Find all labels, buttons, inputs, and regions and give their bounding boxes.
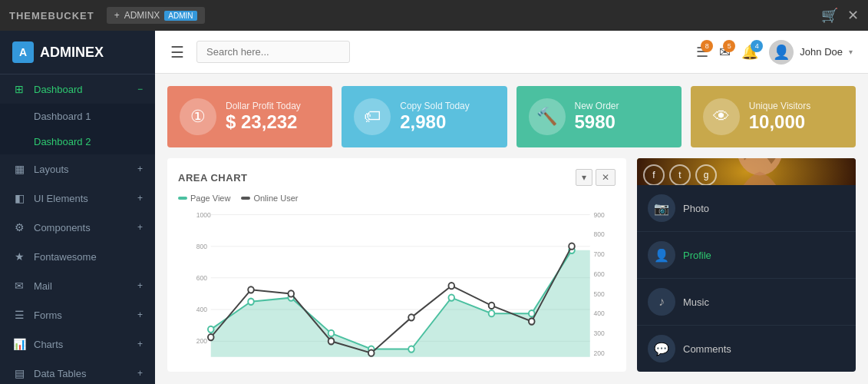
sidebar-item-mail[interactable]: ✉ Mail + xyxy=(0,271,155,300)
sidebar-item-forms[interactable]: ☰ Forms + xyxy=(0,300,155,329)
sidebar-title: ADMINEX xyxy=(40,45,104,61)
mail-label: Mail xyxy=(34,280,137,292)
legend-page-view-label: Page View xyxy=(190,194,230,203)
dashboard-icon: ⊞ xyxy=(12,83,26,95)
facebook-icon[interactable]: f xyxy=(643,164,665,185)
chart-close-button[interactable]: ✕ xyxy=(596,169,616,186)
sidebar-item-dashboard2[interactable]: Dashboard 2 xyxy=(0,129,155,154)
components-icon: ⚙ xyxy=(12,221,26,233)
stat-card-profit: ① Dollar Profit Today $ 23,232 xyxy=(167,86,332,147)
top-bar: THEMEBUCKET + ADMINX ADMIN 🛒 ✕ xyxy=(0,0,868,31)
svg-text:200: 200 xyxy=(196,337,207,345)
sidebar-item-data-tables[interactable]: ▤ Data Tables + xyxy=(0,359,155,384)
sidebar-item-ui-elements[interactable]: ◧ UI Elements + xyxy=(0,184,155,213)
sidebar: A ADMINEX ⊞ Dashboard − Dashboard 1 Dash… xyxy=(0,31,155,384)
admin-badge: ADMIN xyxy=(164,11,196,21)
sidebar-item-dashboard1[interactable]: Dashboard 1 xyxy=(0,104,155,129)
sidebar-item-charts[interactable]: 📊 Charts + xyxy=(0,329,155,359)
stat-card-copy-sold: 🏷 Copy Sold Today 2,980 xyxy=(342,86,507,147)
profit-icon: ① xyxy=(180,98,216,135)
data-tables-label: Data Tables xyxy=(34,368,137,379)
visitors-value: 10,000 xyxy=(749,111,810,133)
new-order-info: New Order 5980 xyxy=(575,101,619,133)
header-right: ☰ 8 ✉ 5 🔔 4 👤 John Doe ▾ xyxy=(696,40,853,65)
chart-legend: Page View Online User xyxy=(178,194,616,203)
notifications-button[interactable]: ✉ 5 xyxy=(719,44,731,61)
music-action-icon: ♪ xyxy=(648,288,675,316)
components-label: Components xyxy=(34,222,137,233)
dashboard-label: Dashboard xyxy=(34,84,137,95)
content-area: ☰ ☰ 8 ✉ 5 🔔 4 👤 John Doe ▾ xyxy=(155,31,868,384)
svg-point-25 xyxy=(448,294,454,300)
alerts-button[interactable]: 🔔 4 xyxy=(741,44,758,61)
action-music[interactable]: ♪ Music xyxy=(637,279,856,326)
right-panel: f t g 📷 Photo 👤 Profile xyxy=(637,158,856,372)
header: ☰ ☰ 8 ✉ 5 🔔 4 👤 John Doe ▾ xyxy=(155,31,868,74)
svg-point-24 xyxy=(408,346,414,352)
comments-action-label: Comments xyxy=(683,343,731,355)
new-order-icon: 🔨 xyxy=(529,98,566,135)
action-comments[interactable]: 💬 Comments xyxy=(637,326,856,372)
svg-text:400: 400 xyxy=(594,310,605,317)
social-icons: f t g xyxy=(643,164,717,185)
user-name: John Doe xyxy=(800,46,843,58)
visitors-icon: 👁 xyxy=(703,98,740,135)
close-icon[interactable]: ✕ xyxy=(847,7,859,24)
area-chart-svg: 1000 800 600 400 200 900 800 700 600 500… xyxy=(178,203,616,361)
cart-icon[interactable]: 🛒 xyxy=(821,7,838,24)
new-order-value: 5980 xyxy=(575,111,619,133)
copy-sold-label: Copy Sold Today xyxy=(400,101,470,111)
action-photo[interactable]: 📷 Photo xyxy=(637,185,856,232)
svg-text:700: 700 xyxy=(594,250,605,258)
search-input[interactable] xyxy=(196,41,350,63)
google-plus-icon[interactable]: g xyxy=(695,164,717,185)
sidebar-item-layouts[interactable]: ▦ Layouts + xyxy=(0,154,155,184)
hamburger-button[interactable]: ☰ xyxy=(170,43,184,61)
profit-value: $ 23,232 xyxy=(226,111,301,133)
chart-collapse-button[interactable]: ▾ xyxy=(576,169,592,186)
user-menu[interactable]: 👤 John Doe ▾ xyxy=(769,40,853,65)
chart-header: AREA CHART ▾ ✕ xyxy=(178,169,616,186)
svg-text:400: 400 xyxy=(196,306,207,313)
profile-action-label: Profile xyxy=(683,250,711,261)
svg-text:600: 600 xyxy=(594,270,605,277)
admin-tab[interactable]: + ADMINX ADMIN xyxy=(107,7,205,24)
sidebar-nav: ⊞ Dashboard − Dashboard 1 Dashboard 2 ▦ … xyxy=(0,74,155,384)
action-profile[interactable]: 👤 Profile xyxy=(637,232,856,279)
svg-point-27 xyxy=(529,310,535,316)
ui-elements-label: UI Elements xyxy=(34,193,137,204)
svg-point-19 xyxy=(208,326,214,333)
fontawesome-icon: ★ xyxy=(12,250,26,263)
alerts-badge: 4 xyxy=(751,40,763,52)
user-caret: ▾ xyxy=(849,48,853,56)
profit-label: Dollar Profit Today xyxy=(226,101,301,111)
sidebar-item-fontawesome[interactable]: ★ Fontawesome xyxy=(0,242,155,271)
svg-point-38 xyxy=(569,243,575,250)
svg-text:1000: 1000 xyxy=(196,210,211,218)
svg-point-33 xyxy=(368,350,375,356)
copy-sold-info: Copy Sold Today 2,980 xyxy=(400,101,470,133)
layouts-label: Layouts xyxy=(34,164,137,175)
svg-point-37 xyxy=(529,318,535,324)
dashboard1-label: Dashboard 1 xyxy=(34,111,91,122)
messages-badge: 8 xyxy=(701,40,713,52)
layouts-icon: ▦ xyxy=(12,163,26,175)
charts-icon: 📊 xyxy=(12,338,26,350)
legend-online-user: Online User xyxy=(241,194,298,203)
svg-point-36 xyxy=(489,303,495,309)
photo-action-icon: 📷 xyxy=(648,194,675,222)
svg-text:500: 500 xyxy=(594,290,605,297)
notifications-badge: 5 xyxy=(723,40,735,52)
right-panel-photo: f t g xyxy=(637,158,856,185)
svg-text:900: 900 xyxy=(594,210,605,218)
photo-action-label: Photo xyxy=(683,203,709,214)
svg-point-31 xyxy=(288,290,294,296)
chart-title: AREA CHART xyxy=(178,172,247,184)
messages-button[interactable]: ☰ 8 xyxy=(696,44,708,61)
sidebar-item-components[interactable]: ⚙ Components + xyxy=(0,213,155,242)
svg-text:800: 800 xyxy=(594,230,605,238)
twitter-icon[interactable]: t xyxy=(669,164,691,185)
svg-point-29 xyxy=(208,334,214,340)
forms-label: Forms xyxy=(34,310,137,321)
sidebar-item-dashboard[interactable]: ⊞ Dashboard − xyxy=(0,74,155,104)
